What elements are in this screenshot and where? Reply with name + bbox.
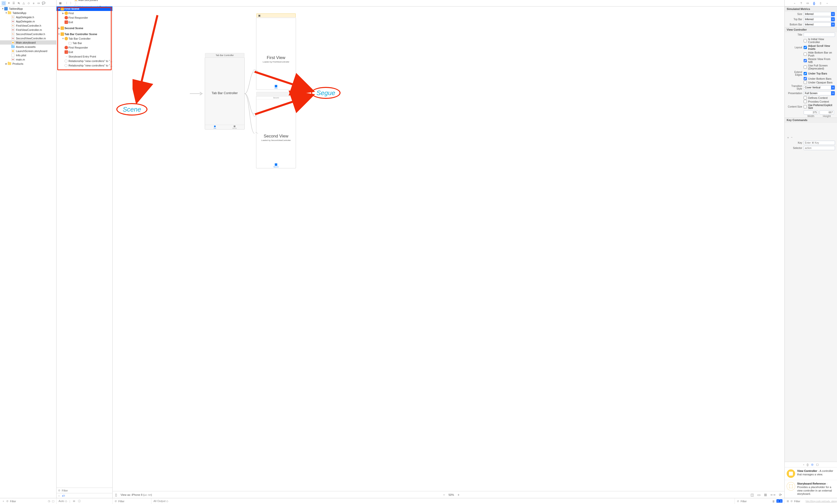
transition-select[interactable]: Cover Vertical [804,85,835,90]
file-row[interactable]: LaunchScreen.storyboard [0,49,56,53]
grid-list-toggle-icon[interactable]: ⊞ [787,500,789,503]
debug-panes-toggle[interactable]: ▯▯ [777,500,782,503]
library-item-storyboardref[interactable]: Storyboard Reference - Provides a placeh… [785,480,837,498]
second-view-scene[interactable]: Second Second View Loaded by SecondViewC… [256,96,296,168]
embed-icon[interactable]: ◫ [751,493,754,497]
doc-icon[interactable]: ▫ [58,494,59,497]
all-output-menu[interactable]: All Output ◇ [154,500,168,503]
vc-title-input[interactable] [804,33,835,37]
outline-row[interactable]: Relationship "view controllers" to "... [56,63,112,68]
zoom-out-icon[interactable]: − [443,493,445,497]
remove-keycommand-button[interactable]: − [791,136,793,140]
full-screen-dep-checkbox[interactable] [804,66,807,69]
under-bottom-checkbox[interactable] [804,77,807,80]
file-row[interactable]: mSecondViewController.m [0,36,56,40]
connections-inspector-icon[interactable]: → [825,1,829,5]
outline-row[interactable]: ▼Tab Bar Controller Scene [56,32,112,36]
identity-inspector-icon[interactable]: ▭ [805,1,810,5]
size-inspector-icon[interactable]: ▯ [818,1,823,5]
console-filter-input[interactable] [741,500,771,503]
auto-menu[interactable]: Auto ◇ [58,500,67,503]
key-input[interactable] [804,141,835,145]
forward-icon[interactable]: 〉 [69,1,73,5]
provides-context-checkbox[interactable] [804,100,807,103]
variables-filter-input[interactable] [118,500,153,503]
use-preferred-checkbox[interactable] [804,105,807,108]
file-row[interactable]: ▼TabbedApp [0,11,56,15]
add-keycommand-button[interactable]: ＋ [787,136,789,140]
print-desc-icon[interactable]: ⓘ [78,499,81,503]
eye-icon[interactable]: 👁 [73,500,75,503]
outline-row[interactable]: →Exit [56,50,112,54]
file-row[interactable]: ▼TabbedApp [0,6,56,11]
library-filter-input[interactable] [794,500,804,503]
is-initial-checkbox[interactable] [804,39,807,42]
debug-navigator-icon[interactable]: ≡ [31,1,36,5]
defines-context-checkbox[interactable] [804,96,807,100]
related-items-icon[interactable]: ▦ [58,1,63,5]
selector-input[interactable] [804,146,835,150]
outline-row[interactable]: ▼First Scene [56,6,112,11]
tag-icon[interactable]: 🏷 [62,494,65,497]
bottombar-select[interactable]: Inferred [804,22,835,26]
report-navigator-icon[interactable]: 💬 [41,1,46,5]
outline-row[interactable]: ▶Second Scene [56,26,112,30]
help-inspector-icon[interactable]: ? [799,1,803,5]
recent-filter-icon[interactable]: ◷ [48,500,50,503]
content-height-input[interactable] [820,110,834,114]
first-view-scene[interactable]: ▣ First View Loaded by FirstViewControll… [256,18,296,90]
file-row[interactable]: mFirstViewController.m [0,28,56,32]
lib-file-templates-icon[interactable]: ▫ [803,463,804,466]
topbar-select[interactable]: Inferred [804,17,835,21]
outline-row[interactable]: First Responder [56,15,112,20]
file-row[interactable]: mmain.m [0,57,56,61]
tab-bar[interactable]: First Second [205,125,244,129]
outline-row[interactable]: ▼Tab Bar Controller [56,36,112,41]
align-icon[interactable]: ▭ [757,493,761,497]
lib-media-icon[interactable]: ▢ [816,463,819,466]
back-icon[interactable]: 〈 [64,1,68,5]
adjust-scroll-checkbox[interactable] [804,46,807,49]
file-row[interactable]: Info.plist [0,53,56,57]
symbol-navigator-icon[interactable]: ☰ [12,1,16,5]
content-width-input[interactable] [804,110,818,114]
file-row[interactable]: Assets.xcassets [0,44,56,49]
add-target-icon[interactable]: ＋ [2,499,5,503]
size-select[interactable]: Inferred [804,12,835,16]
tab-bar-controller-scene[interactable]: Tab Bar Controller Tab Bar Controller Fi… [205,57,245,129]
breadcrumb-item[interactable]: Main.storyboard [74,0,107,1]
outline-row[interactable]: ▶First [56,11,112,15]
view-as-label[interactable]: View as: iPhone 8 (wC hR) [121,493,152,496]
resolve-icon[interactable]: ⟷ [770,493,776,497]
file-row[interactable]: mAppDelegate.m [0,19,56,23]
lib-code-snippets-icon[interactable]: {} [807,463,808,466]
outline-row[interactable]: →Storyboard Entry Point [56,54,112,59]
outline-row[interactable]: Relationship "view controllers" to "... [56,59,112,63]
file-row[interactable]: hAppDelegate.h [0,15,56,19]
attributes-inspector-icon[interactable] [812,1,816,5]
trash-icon[interactable]: 🗑 [772,500,775,503]
lib-objects-icon[interactable]: ◎ [811,463,814,466]
resize-nib-checkbox[interactable] [804,59,807,62]
zoom-in-icon[interactable]: + [457,493,459,497]
breakpoint-navigator-icon[interactable]: ▭ [36,1,41,5]
update-frames-icon[interactable]: ⟳ [779,493,782,497]
file-row[interactable]: hFirstViewController.h [0,23,56,28]
pin-icon[interactable]: ⊞ [764,493,767,497]
outline-row[interactable]: Tab Bar [56,41,112,45]
outline-filter-input[interactable] [62,489,111,492]
find-navigator-icon[interactable]: 🔍︎ [16,1,21,5]
under-opaque-checkbox[interactable] [804,81,807,84]
outline-row[interactable]: First Responder [56,45,112,50]
file-row[interactable]: hSecondViewController.h [0,32,56,36]
file-inspector-icon[interactable]: ▫ [793,1,797,5]
hide-outline-icon[interactable]: ▯ [115,493,117,497]
library-item-viewcontroller[interactable]: View Controller - A controller that mana… [785,467,837,480]
source-control-navigator-icon[interactable]: ✕ [6,1,11,5]
under-top-checkbox[interactable] [804,72,807,75]
issue-navigator-icon[interactable]: △ [21,1,26,5]
test-navigator-icon[interactable]: ◇ [26,1,31,5]
outline-row[interactable]: →Exit [56,20,112,24]
presentation-select[interactable]: Full Screen [804,91,835,95]
navigator-filter-input[interactable] [10,500,46,503]
